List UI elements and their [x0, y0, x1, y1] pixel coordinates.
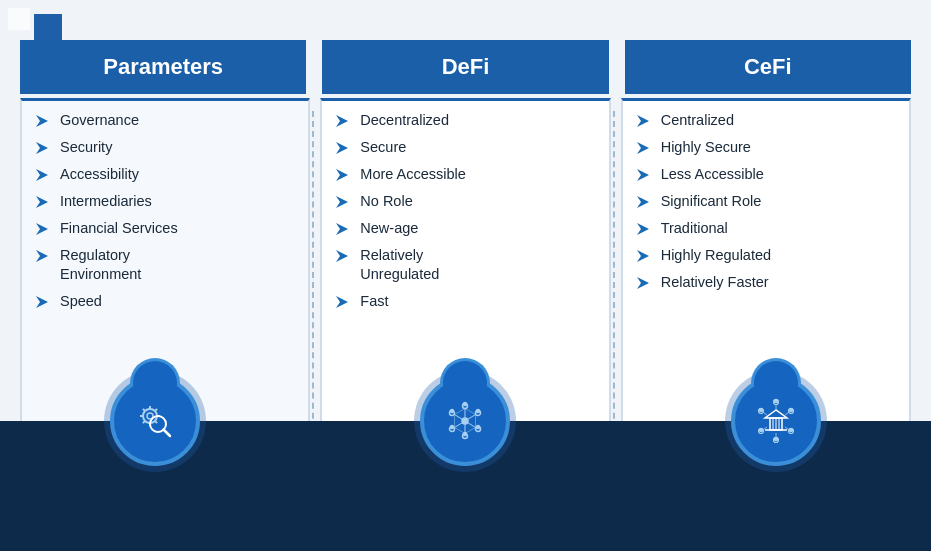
list-item: RegulatoryEnvironment: [34, 246, 296, 284]
header-row: Parameters DeFi CeFi: [20, 40, 911, 94]
svg-line-75: [763, 413, 767, 416]
svg-point-54: [477, 426, 480, 429]
chevron-icon: [635, 112, 653, 130]
chevron-icon: [635, 193, 653, 211]
chevron-icon: [334, 247, 352, 265]
list-item: New-age: [334, 219, 596, 238]
chevron-icon: [34, 139, 52, 157]
svg-point-80: [759, 429, 762, 432]
chevron-icon: [635, 274, 653, 292]
svg-marker-5: [36, 250, 48, 262]
list-item: Centralized: [635, 111, 897, 130]
chevron-icon: [34, 166, 52, 184]
svg-marker-15: [637, 142, 649, 154]
svg-marker-10: [336, 196, 348, 208]
params-icon-circle: [110, 376, 200, 466]
svg-marker-3: [36, 196, 48, 208]
cefi-icon-wrapper: [731, 376, 821, 466]
list-item: Speed: [34, 292, 296, 311]
chevron-icon: [34, 247, 52, 265]
white-square: [8, 8, 30, 30]
list-item: Fast: [334, 292, 596, 311]
list-item: Security: [34, 138, 296, 157]
svg-marker-1: [36, 142, 48, 154]
chevron-icon: [334, 139, 352, 157]
chevron-icon: [334, 166, 352, 184]
svg-marker-2: [36, 169, 48, 181]
svg-marker-16: [637, 169, 649, 181]
blue-square: [34, 14, 62, 42]
list-item: Secure: [334, 138, 596, 157]
svg-line-46: [465, 409, 476, 415]
svg-line-32: [164, 430, 171, 437]
network-icon: [440, 396, 490, 446]
chevron-icon: [635, 220, 653, 238]
chevron-icon: [635, 166, 653, 184]
list-item: Accessibility: [34, 165, 296, 184]
svg-marker-12: [336, 250, 348, 262]
svg-marker-6: [36, 296, 48, 308]
svg-marker-14: [637, 115, 649, 127]
svg-point-81: [759, 409, 762, 412]
svg-marker-8: [336, 142, 348, 154]
list-item: Intermediaries: [34, 192, 296, 211]
svg-marker-13: [336, 296, 348, 308]
list-item: Relatively Faster: [635, 273, 897, 292]
chevron-icon: [635, 247, 653, 265]
svg-point-53: [477, 410, 480, 413]
header-defi: DeFi: [322, 40, 608, 94]
list-item: More Accessible: [334, 165, 596, 184]
list-item: No Role: [334, 192, 596, 211]
svg-marker-17: [637, 196, 649, 208]
svg-line-27: [143, 409, 145, 411]
svg-line-28: [155, 421, 157, 423]
list-item: Traditional: [635, 219, 897, 238]
search-gear-icon: [130, 396, 180, 446]
svg-point-76: [774, 400, 777, 403]
svg-line-71: [785, 413, 789, 416]
list-item: Less Accessible: [635, 165, 897, 184]
list-item: Significant Role: [635, 192, 897, 211]
chevron-icon: [334, 293, 352, 311]
chevron-icon: [635, 139, 653, 157]
bank-network-icon: [751, 396, 801, 446]
decorative-squares: [8, 8, 62, 42]
svg-point-77: [789, 409, 792, 412]
chevron-icon: [34, 220, 52, 238]
list-item: Highly Regulated: [635, 246, 897, 265]
svg-point-55: [464, 433, 467, 436]
svg-marker-20: [637, 277, 649, 289]
defi-icon-wrapper: [420, 376, 510, 466]
header-params: Parameters: [20, 40, 306, 94]
params-icon-wrapper: [110, 376, 200, 466]
svg-marker-7: [336, 115, 348, 127]
chevron-icon: [34, 112, 52, 130]
svg-point-52: [464, 403, 467, 406]
svg-line-29: [155, 409, 157, 411]
svg-line-30: [143, 421, 145, 423]
list-item: Highly Secure: [635, 138, 897, 157]
chevron-icon: [334, 193, 352, 211]
list-item: Decentralized: [334, 111, 596, 130]
bottom-section: [0, 421, 931, 551]
svg-marker-9: [336, 169, 348, 181]
svg-point-56: [451, 426, 454, 429]
main-container: Parameters DeFi CeFi Governance: [0, 0, 931, 551]
chevron-icon: [34, 293, 52, 311]
svg-marker-4: [36, 223, 48, 235]
header-cefi: CeFi: [625, 40, 911, 94]
list-item: RelativelyUnregulated: [334, 246, 596, 284]
chevron-icon: [334, 220, 352, 238]
list-item: Financial Services: [34, 219, 296, 238]
svg-marker-11: [336, 223, 348, 235]
list-item: Governance: [34, 111, 296, 130]
svg-marker-18: [637, 223, 649, 235]
svg-line-72: [785, 427, 789, 430]
svg-line-51: [455, 409, 466, 415]
svg-point-78: [789, 429, 792, 432]
chevron-icon: [34, 193, 52, 211]
cefi-icon-circle: [731, 376, 821, 466]
svg-marker-59: [765, 410, 787, 418]
svg-point-57: [451, 410, 454, 413]
svg-line-74: [763, 427, 767, 430]
